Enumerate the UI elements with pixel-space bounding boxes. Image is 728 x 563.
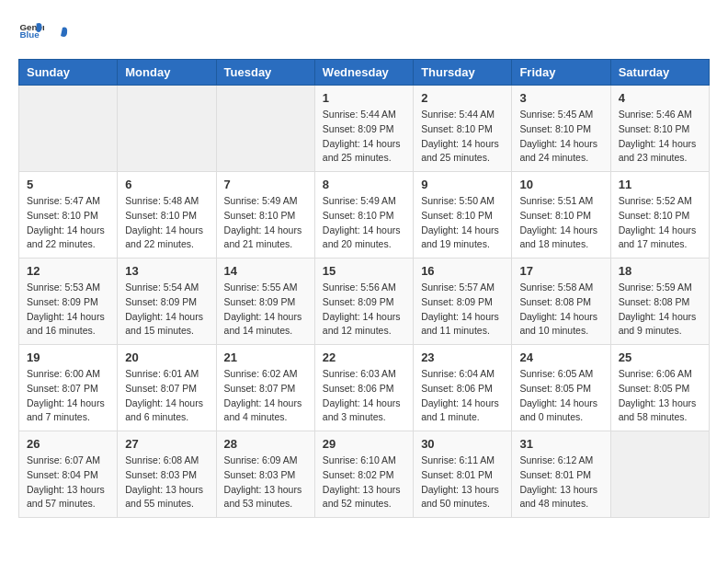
day-number: 28 [224, 437, 307, 451]
calendar-cell: 5Sunrise: 5:47 AM Sunset: 8:10 PM Daylig… [19, 172, 118, 259]
calendar-cell [216, 86, 314, 172]
calendar-cell: 20Sunrise: 6:01 AM Sunset: 8:07 PM Dayli… [118, 345, 216, 431]
day-number: 10 [519, 178, 602, 191]
day-number: 6 [125, 178, 208, 191]
day-info: Sunrise: 5:44 AM Sunset: 8:09 PM Dayligh… [323, 108, 405, 166]
day-number: 12 [27, 264, 109, 278]
day-info: Sunrise: 5:44 AM Sunset: 8:10 PM Dayligh… [421, 108, 504, 166]
day-number: 26 [27, 437, 109, 451]
calendar-cell: 2Sunrise: 5:44 AM Sunset: 8:10 PM Daylig… [414, 86, 512, 172]
day-info: Sunrise: 5:46 AM Sunset: 8:10 PM Dayligh… [619, 108, 701, 166]
day-number: 5 [27, 178, 109, 191]
day-number: 29 [323, 437, 405, 451]
day-info: Sunrise: 5:55 AM Sunset: 8:09 PM Dayligh… [224, 281, 307, 339]
weekday-header-thursday: Thursday [414, 60, 512, 86]
day-number: 11 [619, 178, 701, 191]
calendar-cell: 23Sunrise: 6:04 AM Sunset: 8:06 PM Dayli… [414, 345, 512, 431]
day-number: 18 [619, 264, 701, 278]
day-info: Sunrise: 6:00 AM Sunset: 8:07 PM Dayligh… [27, 367, 109, 425]
day-info: Sunrise: 5:49 AM Sunset: 8:10 PM Dayligh… [323, 194, 405, 252]
calendar-cell: 10Sunrise: 5:51 AM Sunset: 8:10 PM Dayli… [512, 172, 610, 259]
day-number: 27 [125, 437, 208, 451]
calendar-cell [19, 86, 118, 172]
calendar-cell: 7Sunrise: 5:49 AM Sunset: 8:10 PM Daylig… [216, 172, 314, 259]
day-info: Sunrise: 6:12 AM Sunset: 8:01 PM Dayligh… [519, 454, 602, 511]
weekday-header-wednesday: Wednesday [314, 60, 413, 86]
calendar-cell: 4Sunrise: 5:46 AM Sunset: 8:10 PM Daylig… [610, 86, 709, 172]
calendar-cell: 14Sunrise: 5:55 AM Sunset: 8:09 PM Dayli… [216, 259, 314, 345]
calendar-cell: 30Sunrise: 6:11 AM Sunset: 8:01 PM Dayli… [414, 431, 512, 518]
day-number: 4 [619, 91, 701, 105]
day-info: Sunrise: 5:59 AM Sunset: 8:08 PM Dayligh… [619, 281, 701, 339]
day-number: 14 [224, 264, 307, 278]
weekday-header-monday: Monday [118, 60, 216, 86]
day-info: Sunrise: 5:47 AM Sunset: 8:10 PM Dayligh… [27, 194, 109, 252]
day-number: 16 [421, 264, 504, 278]
day-info: Sunrise: 6:02 AM Sunset: 8:07 PM Dayligh… [224, 367, 307, 425]
calendar-cell: 19Sunrise: 6:00 AM Sunset: 8:07 PM Dayli… [19, 345, 118, 431]
day-info: Sunrise: 6:04 AM Sunset: 8:06 PM Dayligh… [421, 367, 504, 425]
weekday-header-friday: Friday [512, 60, 610, 86]
day-number: 13 [125, 264, 208, 278]
calendar-cell: 11Sunrise: 5:52 AM Sunset: 8:10 PM Dayli… [610, 172, 709, 259]
calendar-cell: 28Sunrise: 6:09 AM Sunset: 8:03 PM Dayli… [216, 431, 314, 518]
calendar-cell: 31Sunrise: 6:12 AM Sunset: 8:01 PM Dayli… [512, 431, 610, 518]
day-number: 25 [619, 350, 701, 364]
day-number: 24 [519, 350, 602, 364]
day-info: Sunrise: 5:54 AM Sunset: 8:09 PM Dayligh… [125, 281, 208, 339]
calendar-cell [610, 431, 709, 518]
day-number: 3 [519, 91, 602, 105]
calendar-cell: 16Sunrise: 5:57 AM Sunset: 8:09 PM Dayli… [414, 259, 512, 345]
weekday-header-saturday: Saturday [610, 60, 709, 86]
calendar-cell: 25Sunrise: 6:06 AM Sunset: 8:05 PM Dayli… [610, 345, 709, 431]
day-number: 7 [224, 178, 307, 191]
calendar-cell: 6Sunrise: 5:48 AM Sunset: 8:10 PM Daylig… [118, 172, 216, 259]
day-info: Sunrise: 5:58 AM Sunset: 8:08 PM Dayligh… [519, 281, 602, 339]
day-number: 23 [421, 350, 504, 364]
calendar-cell: 8Sunrise: 5:49 AM Sunset: 8:10 PM Daylig… [314, 172, 413, 259]
logo: General Blue [18, 18, 70, 44]
calendar-cell [118, 86, 216, 172]
calendar-cell: 21Sunrise: 6:02 AM Sunset: 8:07 PM Dayli… [216, 345, 314, 431]
day-info: Sunrise: 5:48 AM Sunset: 8:10 PM Dayligh… [125, 194, 208, 252]
calendar-cell: 17Sunrise: 5:58 AM Sunset: 8:08 PM Dayli… [512, 259, 610, 345]
day-number: 8 [323, 178, 405, 191]
calendar-cell: 12Sunrise: 5:53 AM Sunset: 8:09 PM Dayli… [19, 259, 118, 345]
calendar-cell: 27Sunrise: 6:08 AM Sunset: 8:03 PM Dayli… [118, 431, 216, 518]
day-number: 9 [421, 178, 504, 191]
day-number: 21 [224, 350, 307, 364]
day-info: Sunrise: 5:57 AM Sunset: 8:09 PM Dayligh… [421, 281, 504, 339]
day-info: Sunrise: 6:05 AM Sunset: 8:05 PM Dayligh… [519, 367, 602, 425]
day-info: Sunrise: 5:56 AM Sunset: 8:09 PM Dayligh… [323, 281, 405, 339]
day-info: Sunrise: 5:53 AM Sunset: 8:09 PM Dayligh… [27, 281, 109, 339]
page-header: General Blue [18, 18, 710, 44]
calendar-table: SundayMondayTuesdayWednesdayThursdayFrid… [18, 59, 710, 518]
day-number: 17 [519, 264, 602, 278]
day-info: Sunrise: 6:01 AM Sunset: 8:07 PM Dayligh… [125, 367, 208, 425]
day-number: 1 [323, 91, 405, 105]
day-info: Sunrise: 6:07 AM Sunset: 8:04 PM Dayligh… [27, 454, 109, 511]
day-number: 20 [125, 350, 208, 364]
day-info: Sunrise: 5:51 AM Sunset: 8:10 PM Dayligh… [519, 194, 602, 252]
day-number: 2 [421, 91, 504, 105]
calendar-cell: 1Sunrise: 5:44 AM Sunset: 8:09 PM Daylig… [314, 86, 413, 172]
day-info: Sunrise: 6:10 AM Sunset: 8:02 PM Dayligh… [323, 454, 405, 511]
day-number: 31 [519, 437, 602, 451]
day-info: Sunrise: 6:08 AM Sunset: 8:03 PM Dayligh… [125, 454, 208, 511]
calendar-cell: 26Sunrise: 6:07 AM Sunset: 8:04 PM Dayli… [19, 431, 118, 518]
logo-icon: General Blue [18, 18, 44, 44]
svg-text:Blue: Blue [19, 29, 40, 40]
calendar-cell: 22Sunrise: 6:03 AM Sunset: 8:06 PM Dayli… [314, 345, 413, 431]
calendar-cell: 9Sunrise: 5:50 AM Sunset: 8:10 PM Daylig… [414, 172, 512, 259]
calendar-cell: 18Sunrise: 5:59 AM Sunset: 8:08 PM Dayli… [610, 259, 709, 345]
calendar-cell: 24Sunrise: 6:05 AM Sunset: 8:05 PM Dayli… [512, 345, 610, 431]
calendar-cell: 29Sunrise: 6:10 AM Sunset: 8:02 PM Dayli… [314, 431, 413, 518]
day-info: Sunrise: 5:45 AM Sunset: 8:10 PM Dayligh… [519, 108, 602, 166]
day-number: 19 [27, 350, 109, 364]
day-number: 22 [323, 350, 405, 364]
day-number: 30 [421, 437, 504, 451]
calendar-cell: 15Sunrise: 5:56 AM Sunset: 8:09 PM Dayli… [314, 259, 413, 345]
logo-bird-icon [50, 24, 70, 44]
day-number: 15 [323, 264, 405, 278]
day-info: Sunrise: 6:09 AM Sunset: 8:03 PM Dayligh… [224, 454, 307, 511]
